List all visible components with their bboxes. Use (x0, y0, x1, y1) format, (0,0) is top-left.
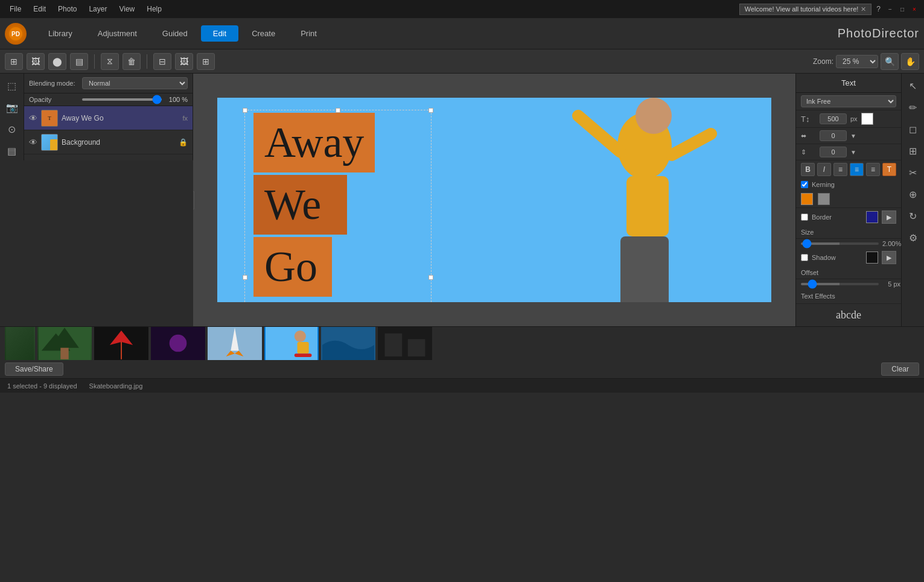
tab-edit[interactable]: Edit (201, 25, 238, 42)
svg-point-23 (170, 335, 187, 352)
text-effects-header: Text Effects (796, 289, 901, 304)
align-right-button[interactable]: ≡ (850, 163, 864, 176)
tab-create[interactable]: Create (240, 25, 287, 42)
photo-btn[interactable]: 🖼 (27, 53, 45, 70)
handle-tl[interactable] (243, 108, 247, 113)
tutorial-banner[interactable]: Welcome! View all tutorial videos here! … (739, 4, 872, 15)
crop-right-tool[interactable]: ✂ (903, 163, 923, 182)
canvas-area[interactable]: ◀ (193, 74, 795, 326)
font-size-unit: px (850, 115, 858, 122)
font-select[interactable]: Ink Free Arial (801, 95, 896, 107)
kerning-checkbox[interactable] (801, 181, 808, 188)
film-thumb-5[interactable] (208, 327, 262, 360)
crop-tool-btn[interactable]: ⊞ (5, 53, 23, 70)
film-thumb-7[interactable] (321, 327, 375, 360)
save-share-button[interactable]: Save/Share (5, 362, 63, 376)
filter-btn[interactable]: ⧖ (101, 53, 119, 70)
settings-tool[interactable]: ⚙ (903, 228, 923, 247)
zoom-in-btn[interactable]: 🔍 (881, 53, 899, 70)
film-thumb-2[interactable] (37, 327, 92, 360)
border-slider-row: 2.00% (796, 239, 901, 248)
shadow-color-swatch[interactable] (866, 251, 878, 264)
border-checkbox[interactable] (801, 214, 808, 221)
menu-photo[interactable]: Photo (53, 4, 81, 14)
menu-edit[interactable]: Edit (28, 4, 51, 14)
svg-rect-35 (408, 339, 425, 356)
panel-title: Text (796, 74, 901, 93)
handle-ml[interactable] (243, 275, 247, 280)
shadow-expand-btn[interactable]: ▶ (882, 251, 896, 264)
border-size-slider[interactable] (801, 242, 879, 245)
clear-button[interactable]: Clear (881, 362, 919, 376)
collapse-left-btn[interactable]: ◀ (193, 191, 194, 209)
shadow-checkbox[interactable] (801, 254, 808, 261)
erase-tool[interactable]: ◻ (903, 119, 923, 139)
close-button[interactable]: × (910, 4, 919, 14)
menu-layer[interactable]: Layer (84, 4, 112, 14)
text-block-we: We (253, 175, 347, 235)
app-logo: PD (5, 23, 27, 45)
grid-btn[interactable]: ⊟ (153, 53, 171, 70)
film-thumb-8[interactable] (378, 327, 432, 360)
adjust-tool[interactable]: ⊕ (903, 185, 923, 204)
image-btn[interactable]: 🖼 (175, 53, 193, 70)
italic-button[interactable]: I (817, 163, 831, 176)
font-color-swatch[interactable] (861, 113, 873, 125)
layer-item-text[interactable]: 👁 T Away We Go fx (24, 106, 193, 130)
align-left-button[interactable]: ≡ (833, 163, 847, 176)
circle-btn[interactable]: ⬤ (48, 53, 66, 70)
menu-view[interactable]: View (114, 4, 139, 14)
fill-color-swatch2[interactable] (818, 193, 830, 205)
menu-help[interactable]: Help (142, 4, 167, 14)
layer-item-background[interactable]: 👁 Background 🔒 (24, 130, 193, 154)
tab-library[interactable]: Library (36, 25, 84, 42)
align-justify-button[interactable]: ≡ (866, 163, 880, 176)
circle-select-tool[interactable]: ⊙ (2, 119, 22, 139)
svg-rect-30 (298, 342, 309, 353)
film-thumb-6[interactable] (264, 327, 319, 360)
help-icon[interactable]: ? (876, 5, 881, 13)
skater-image (421, 98, 771, 302)
layer-visibility-eye[interactable]: 👁 (29, 113, 37, 123)
rotate-tool[interactable]: ↻ (903, 206, 923, 226)
tab-adjustment[interactable]: Adjustment (86, 25, 149, 42)
zoom-select[interactable]: 25 % 50 % 100 % (836, 55, 878, 68)
font-size-input[interactable] (820, 113, 847, 124)
layers-btn[interactable]: ▤ (70, 53, 88, 70)
border-color-swatch[interactable] (866, 211, 878, 223)
layer-fx-btn[interactable]: fx (182, 115, 188, 122)
border-expand-btn[interactable]: ▶ (882, 210, 896, 224)
select-tool[interactable]: ⬚ (2, 76, 22, 95)
select-right-tool[interactable]: ↖ (903, 76, 923, 95)
menu-file[interactable]: File (5, 4, 26, 14)
pan-btn[interactable]: ✋ (901, 53, 919, 70)
handle-tm[interactable] (336, 108, 340, 113)
blending-select[interactable]: Normal Multiply Screen (82, 77, 188, 89)
paint-tool[interactable]: ✏ (903, 98, 923, 117)
text-away: Away (264, 118, 364, 166)
transform-tool[interactable]: ⊞ (903, 141, 923, 160)
indent1-icon: ⬌ (801, 132, 816, 140)
photo-select-tool[interactable]: 📷 (2, 98, 22, 117)
opacity-slider[interactable] (82, 98, 162, 101)
close-icon[interactable]: ✕ (861, 5, 866, 13)
minimize-button[interactable]: − (885, 4, 895, 14)
bold-button[interactable]: B (801, 163, 815, 176)
tab-print[interactable]: Print (288, 25, 329, 42)
film-thumb-4[interactable] (151, 327, 205, 360)
layer-visibility-eye-bg[interactable]: 👁 (29, 138, 37, 147)
border-row: Border ▶ (796, 208, 901, 226)
film-thumb-1[interactable] (5, 327, 35, 360)
fill-color-swatch[interactable] (801, 193, 813, 205)
maximize-button[interactable]: □ (897, 4, 907, 14)
indent2-input[interactable] (820, 147, 847, 157)
indent1-input[interactable] (820, 130, 847, 141)
align-btn[interactable]: ⊞ (197, 53, 215, 70)
shadow-offset-slider[interactable] (801, 283, 879, 285)
text-style-button[interactable]: T (882, 163, 896, 176)
film-thumb-3[interactable] (94, 327, 148, 360)
delete-btn[interactable]: 🗑 (123, 53, 141, 70)
tab-guided[interactable]: Guided (150, 25, 200, 42)
layers-panel: Blending mode: Normal Multiply Screen Op… (24, 74, 193, 160)
layers-tool[interactable]: ▤ (2, 141, 22, 160)
